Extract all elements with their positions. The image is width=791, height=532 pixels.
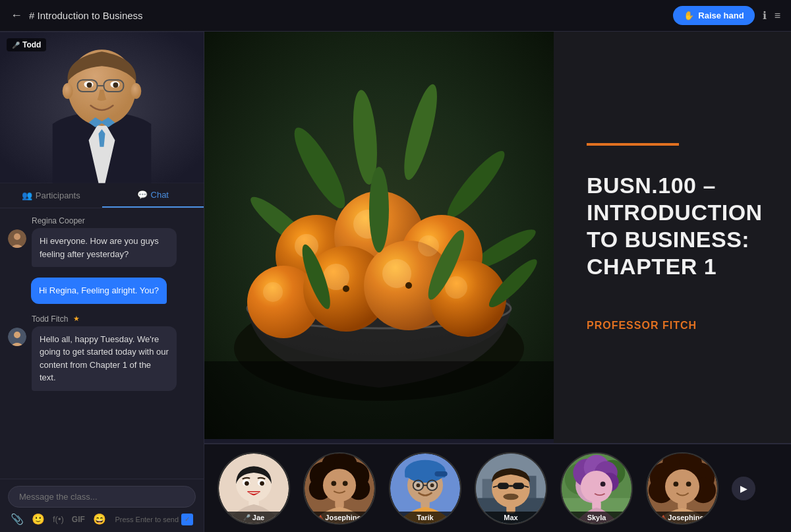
svg-point-52 — [245, 481, 249, 485]
participant-name-text: Josephine — [668, 514, 703, 521]
participants-strip: 🎤 Jae — [204, 443, 791, 532]
sender-name: Todd Fitch — [32, 314, 68, 324]
back-icon: ← — [11, 9, 22, 22]
video-area: 🎤 Todd — [0, 32, 204, 183]
chat-icon: 💬 — [137, 190, 148, 200]
message-header: Todd Fitch ★ — [32, 314, 196, 324]
svg-rect-87 — [498, 483, 509, 489]
avatar — [8, 229, 26, 248]
message-bubble: Hello all, happy Tuesday. We're going to… — [32, 326, 177, 391]
hand-icon: ✋ — [684, 11, 694, 20]
svg-point-45 — [369, 167, 389, 252]
svg-point-118 — [686, 481, 691, 487]
participant-max[interactable]: Max — [475, 452, 547, 525]
presenter-video — [0, 32, 204, 183]
svg-point-36 — [263, 282, 283, 302]
sticker-icon[interactable]: 😄 — [93, 513, 106, 525]
participant-name: Tarik — [390, 512, 460, 523]
participant-josephine-1[interactable]: ⚠ Josephine — [303, 452, 376, 525]
channel-title: # Introduction to Business — [29, 10, 143, 21]
video-placeholder — [0, 32, 204, 183]
svg-rect-119 — [678, 500, 686, 509]
chat-input[interactable] — [8, 486, 196, 508]
sender-name: Regina Cooper — [32, 216, 85, 225]
participant-jae[interactable]: 🎤 Jae — [218, 452, 290, 525]
right-panel: BUSN.100 – INTRODUCTION TO BUSINESS: CHA… — [204, 32, 791, 532]
message-row: Hello all, happy Tuesday. We're going to… — [8, 326, 196, 391]
svg-point-65 — [323, 469, 356, 502]
fruit-bowl-svg — [204, 32, 554, 439]
svg-rect-47 — [204, 361, 554, 439]
svg-point-15 — [14, 332, 20, 338]
svg-point-6 — [113, 82, 118, 88]
svg-point-104 — [581, 471, 612, 502]
svg-point-13 — [14, 233, 20, 240]
video-person-name: Todd — [22, 40, 41, 49]
message-group: Hi Regina, Feeling alright. You? — [8, 278, 196, 304]
formula-icon[interactable]: f(•) — [53, 514, 64, 524]
chat-input-area: 📎 🙂 f(•) GIF 😄 Press Enter to send ✓ — [0, 479, 204, 532]
message-row: Hi everyone. How are you guys feeling af… — [8, 228, 196, 267]
participant-tarik[interactable]: Tarik — [389, 452, 461, 525]
chat-area: Regina Cooper Hi everyone. How are you g… — [0, 208, 204, 479]
participant-name: Skyla — [562, 512, 631, 523]
svg-point-7 — [63, 83, 73, 99]
participant-name-text: Jae — [252, 514, 264, 521]
tab-chat-label: Chat — [151, 190, 169, 200]
participant-josephine-2[interactable]: ⚠ Josephine — [646, 452, 718, 525]
svg-point-67 — [343, 481, 348, 486]
participant-name: ⚠ Josephine — [305, 512, 374, 523]
tab-participants-label: Participants — [36, 191, 80, 200]
back-button[interactable]: ← — [11, 9, 22, 22]
message-group: Todd Fitch ★ Hello all, happy Tuesday. W… — [8, 314, 196, 391]
video-name-badge: 🎤 Todd — [7, 38, 46, 51]
raise-hand-button[interactable]: ✋ Raise hand — [673, 6, 754, 25]
participant-name: Max — [476, 512, 546, 523]
svg-rect-88 — [513, 483, 524, 489]
gif-icon[interactable]: GIF — [72, 515, 85, 524]
svg-point-66 — [331, 481, 336, 486]
press-enter-label: Press Enter to send — [115, 516, 179, 523]
svg-point-42 — [343, 285, 349, 292]
chat-toolbar: 📎 🙂 f(•) GIF 😄 Press Enter to send ✓ — [8, 508, 196, 525]
info-button[interactable]: ℹ — [763, 9, 767, 22]
press-enter-hint: Press Enter to send ✓ — [115, 514, 193, 525]
message-group: Regina Cooper Hi everyone. How are you g… — [8, 216, 196, 267]
mic-active-icon: 🎤 — [243, 514, 250, 521]
participant-skyla[interactable]: Skyla — [560, 452, 633, 525]
attachment-icon[interactable]: 📎 — [11, 513, 24, 525]
next-participants-button[interactable]: ▶ — [732, 477, 755, 500]
menu-button[interactable]: ≡ — [775, 10, 780, 22]
tab-chat[interactable]: 💬 Chat — [102, 183, 204, 208]
warning-icon-2: ⚠ — [660, 514, 666, 521]
svg-point-105 — [601, 481, 606, 487]
svg-point-8 — [131, 83, 141, 99]
menu-icon: ≡ — [775, 10, 780, 22]
participant-name: ⚠ Josephine — [647, 512, 717, 523]
presentation-area: BUSN.100 – INTRODUCTION TO BUSINESS: CHA… — [204, 32, 791, 443]
svg-point-41 — [405, 282, 412, 289]
participants-icon: 👥 — [22, 191, 32, 200]
left-panel: 🎤 Todd 👥 Participants 💬 Chat Regina Coop… — [0, 32, 204, 532]
outgoing-bubble: Hi Regina, Feeling alright. You? — [31, 278, 167, 304]
svg-point-53 — [260, 481, 264, 485]
svg-point-92 — [503, 493, 518, 500]
raise-hand-label: Raise hand — [698, 11, 744, 20]
message-header: Regina Cooper — [32, 216, 196, 225]
slide-image — [204, 32, 554, 443]
tab-participants[interactable]: 👥 Participants — [0, 183, 102, 208]
topbar-left: ← # Introduction to Business — [11, 9, 143, 22]
message-row-outgoing: Hi Regina, Feeling alright. You? — [8, 278, 196, 304]
chat-tools: 📎 🙂 f(•) GIF 😄 — [11, 513, 106, 525]
emoji-icon[interactable]: 🙂 — [32, 513, 45, 525]
svg-point-117 — [674, 481, 679, 487]
mic-icon: 🎤 — [12, 42, 20, 49]
info-icon: ℹ — [763, 9, 767, 22]
topbar-right: ✋ Raise hand ℹ ≡ — [673, 6, 780, 25]
svg-point-78 — [430, 483, 434, 487]
slide-professor: PROFESSOR FITCH — [587, 320, 763, 332]
message-bubble: Hi everyone. How are you guys feeling af… — [32, 228, 177, 267]
svg-point-5 — [87, 82, 92, 88]
svg-point-77 — [417, 483, 421, 487]
svg-rect-73 — [434, 471, 447, 476]
